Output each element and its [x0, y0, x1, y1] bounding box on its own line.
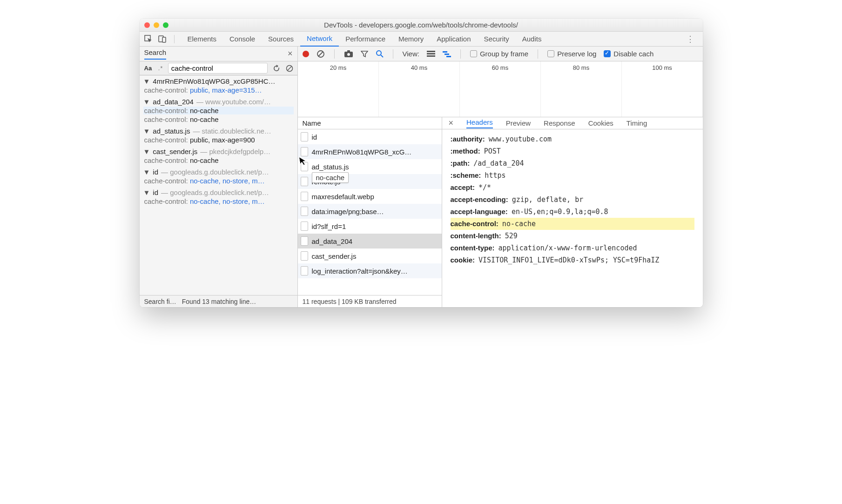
large-rows-icon[interactable] [427, 51, 435, 57]
header-row: accept-encoding:gzip, deflate, br [451, 194, 694, 206]
more-tabs-icon[interactable]: ⋮ [682, 34, 698, 44]
refresh-search-icon[interactable] [272, 64, 281, 73]
header-row: accept-language:en-US,en;q=0.9,la;q=0.8 [451, 206, 694, 218]
detail-tab-headers[interactable]: Headers [466, 118, 493, 128]
search-result-line[interactable]: cache-control: no-cache [143, 156, 294, 164]
svg-line-11 [381, 55, 383, 57]
search-result-file[interactable]: ▼ cast_sender.js — pkedcjkdefgpdelp… [143, 148, 294, 155]
search-panel-title: Search [144, 48, 167, 60]
tab-memory[interactable]: Memory [392, 32, 430, 47]
screenshot-icon[interactable] [344, 50, 353, 58]
request-row[interactable]: log_interaction?alt=json&key… [298, 263, 442, 278]
main-panel-tabs: ElementsConsoleSourcesNetworkPerformance… [140, 32, 703, 47]
header-row: content-type:application/x-www-form-urle… [451, 242, 694, 254]
request-detail: × HeadersPreviewResponseCookiesTiming :a… [442, 117, 703, 307]
tab-sources[interactable]: Sources [262, 32, 300, 47]
svg-rect-15 [443, 51, 447, 53]
record-icon[interactable] [303, 51, 309, 57]
tab-security[interactable]: Security [478, 32, 516, 47]
file-icon [301, 222, 308, 231]
waterfall-overview[interactable]: 20 ms40 ms60 ms80 ms100 ms [298, 61, 703, 117]
preserve-log-checkbox[interactable]: Preserve log [547, 50, 596, 58]
file-icon [301, 251, 308, 261]
close-detail-icon[interactable]: × [449, 118, 454, 128]
svg-rect-13 [427, 53, 435, 54]
inspect-icon[interactable] [144, 35, 153, 43]
svg-point-9 [347, 53, 350, 56]
file-icon [301, 132, 308, 141]
requests-header: Name [298, 117, 442, 129]
tab-audits[interactable]: Audits [516, 32, 548, 47]
request-row[interactable]: id?slf_rd=1 [298, 219, 442, 234]
header-row: :method:POST [451, 145, 694, 157]
tab-network[interactable]: Network [300, 32, 339, 47]
search-result-file[interactable]: ▼ ad_data_204 — www.youtube.com/… [143, 98, 294, 106]
detail-tab-response[interactable]: Response [544, 119, 575, 127]
request-row[interactable]: maxresdefault.webp [298, 189, 442, 204]
search-network-icon[interactable] [376, 50, 384, 58]
window-title: DevTools - developers.google.com/web/too… [140, 21, 703, 29]
waterfall-tick: 60 ms [460, 64, 541, 71]
search-footer-right: Found 13 matching line… [182, 298, 256, 305]
file-icon [301, 266, 308, 276]
waterfall-tick: 40 ms [379, 64, 460, 71]
search-result-file[interactable]: ▼ ad_status.js — static.doubleclick.ne… [143, 127, 294, 135]
request-row[interactable]: data:image/png;base… [298, 204, 442, 219]
search-result-file[interactable]: ▼ id — googleads.g.doubleclick.net/p… [143, 168, 294, 176]
header-row: :scheme:https [451, 169, 694, 181]
search-result-line[interactable]: cache-control: public, max-age=900 [143, 136, 294, 144]
header-row: :path:/ad_data_204 [451, 157, 694, 169]
search-result-line[interactable]: cache-control: no-cache, no-store, m… [143, 197, 294, 205]
header-row: cache-control:no-cache [451, 218, 694, 230]
request-row[interactable]: 4mrRnEPnWo81qWPG8_xcG… [298, 144, 442, 159]
header-row: cookie:VISITOR_INFO1_LIVE=dDk0-xTswPs; Y… [451, 254, 694, 266]
search-result-line[interactable]: cache-control: no-cache, no-store, m… [143, 177, 294, 185]
search-result-file[interactable]: ▼ 4mrRnEPnWo81qWPG8_xcGP85HC… [143, 77, 294, 85]
tab-application[interactable]: Application [430, 32, 477, 47]
file-icon [301, 177, 308, 186]
device-toolbar-icon[interactable] [158, 35, 167, 43]
header-row: accept:*/* [451, 181, 694, 194]
svg-rect-2 [162, 37, 166, 42]
disable-cache-checkbox[interactable]: Disable cach [604, 50, 653, 58]
search-result-line[interactable]: cache-control: public, max-age=315… [143, 86, 294, 94]
waterfall-tick: 20 ms [298, 64, 379, 71]
waterfall-tick: 100 ms [622, 64, 703, 71]
match-case-toggle[interactable]: Aa [143, 65, 153, 72]
regex-toggle[interactable]: .* [157, 65, 163, 72]
svg-line-4 [288, 67, 291, 70]
group-by-frame-checkbox[interactable]: Group by frame [470, 50, 528, 58]
file-icon [301, 207, 308, 216]
request-row[interactable]: ad_data_204 [298, 234, 442, 249]
tab-performance[interactable]: Performance [339, 32, 392, 47]
close-search-icon[interactable]: × [288, 49, 293, 59]
waterfall-view-icon[interactable] [443, 51, 451, 57]
svg-rect-12 [427, 51, 435, 52]
requests-summary: 11 requests | 109 KB transferred [298, 295, 442, 307]
tab-console[interactable]: Console [223, 32, 262, 47]
file-icon [301, 236, 308, 246]
network-toolbar: View: Group by frame Preserve log Disabl… [298, 47, 703, 61]
svg-rect-17 [446, 56, 451, 57]
clear-search-icon[interactable] [285, 64, 294, 73]
filter-icon[interactable] [361, 50, 368, 58]
file-icon [301, 192, 308, 201]
search-result-line[interactable]: cache-control: no-cache [143, 115, 294, 123]
svg-point-10 [377, 51, 381, 55]
request-row[interactable]: id [298, 129, 442, 144]
search-result-file[interactable]: ▼ id — googleads.g.doubleclick.net/p… [143, 188, 294, 196]
detail-tab-preview[interactable]: Preview [506, 119, 531, 127]
search-panel: Search × Aa .* ▼ 4mrRnEPnWo81qWPG8_xcGP8… [140, 47, 298, 307]
svg-rect-8 [347, 50, 350, 52]
devtools-window: DevTools - developers.google.com/web/too… [140, 19, 703, 307]
search-result-line[interactable]: cache-control: no-cache [143, 107, 294, 114]
clear-icon[interactable] [317, 50, 325, 58]
titlebar: DevTools - developers.google.com/web/too… [140, 19, 703, 32]
hover-tooltip: no-cache [312, 172, 349, 183]
detail-tab-timing[interactable]: Timing [626, 119, 647, 127]
search-input[interactable] [168, 63, 268, 74]
file-icon [301, 147, 308, 156]
request-row[interactable]: cast_sender.js [298, 249, 442, 263]
tab-elements[interactable]: Elements [181, 32, 223, 47]
detail-tab-cookies[interactable]: Cookies [588, 119, 613, 127]
